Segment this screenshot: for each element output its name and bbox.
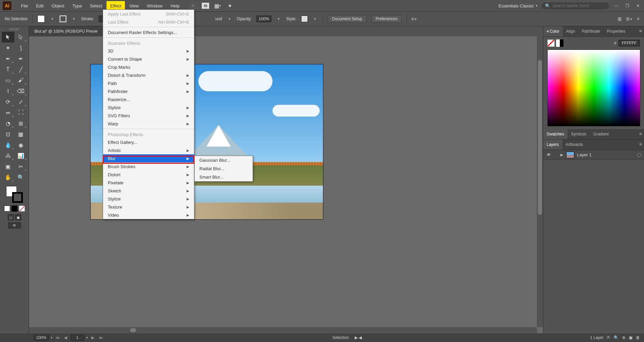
panel-grip[interactable] — [9, 28, 20, 30]
next-artboard-icon[interactable]: ▶ — [90, 335, 96, 340]
opacity-dd[interactable]: ▾ — [276, 17, 282, 21]
locate-layer-icon[interactable]: 🔍 — [614, 335, 619, 340]
new-sublayer-icon[interactable]: ⊕ — [622, 335, 625, 340]
target-icon[interactable] — [637, 153, 641, 157]
stroke-box[interactable] — [12, 192, 23, 203]
menu-raster-settings[interactable]: Document Raster Effects Settings... — [103, 28, 194, 36]
width-tool[interactable]: ⇔▸ — [2, 107, 14, 118]
essentials-layout-icon[interactable]: ⊟ ▾ — [626, 17, 632, 21]
workspace-switcher[interactable]: Essentials Classic ▾ — [498, 3, 538, 8]
shaper-tool[interactable]: ⌇▸ — [2, 86, 14, 96]
gradient-mode-icon[interactable] — [11, 206, 18, 212]
visibility-icon[interactable]: 👁 — [546, 152, 551, 157]
menu-3d[interactable]: 3D▶ — [103, 47, 194, 55]
perspective-tool[interactable]: ⊞▸ — [14, 118, 27, 129]
hand-tool[interactable]: ✋▸ — [2, 172, 14, 183]
line-tool[interactable]: ╱▸ — [14, 64, 27, 75]
first-artboard-icon[interactable]: ⏮ — [55, 335, 61, 340]
status-nav-icon[interactable]: ▶ ◀ — [355, 335, 362, 340]
color-spectrum[interactable] — [547, 50, 640, 126]
prev-artboard-icon[interactable]: ◀ — [63, 335, 69, 340]
slice-tool[interactable]: ✂▸ — [14, 161, 27, 172]
tab-gradient[interactable]: Gradient — [590, 129, 612, 139]
menu-crop-marks[interactable]: Crop Marks — [103, 63, 194, 71]
restore-icon[interactable]: ❐ — [624, 3, 631, 8]
align-icon[interactable]: ⎚ ▾ — [412, 17, 417, 21]
graph-tool[interactable]: 📊▸ — [14, 150, 27, 161]
tab-pathfinder[interactable]: Pathfinder — [578, 26, 604, 36]
menu-artistic[interactable]: Artistic▶ — [103, 146, 194, 154]
scroll-thumb[interactable] — [538, 60, 542, 215]
close-icon[interactable]: ✕ — [635, 3, 641, 8]
delete-layer-icon[interactable]: 🗑 — [636, 335, 640, 340]
panel-toggle-icon[interactable]: ▥ — [618, 17, 621, 21]
fill-swatch[interactable] — [37, 15, 45, 23]
gradient-tool[interactable]: ▦ — [14, 129, 27, 139]
magic-wand-tool[interactable]: ✦ — [2, 42, 14, 53]
panel-menu-icon[interactable]: ≡ — [639, 131, 642, 136]
symbol-sprayer-tool[interactable]: ⁂▸ — [2, 150, 14, 161]
hex-input[interactable]: FFFFFF — [618, 40, 640, 46]
menu-effect-gallery[interactable]: Effect Gallery... — [103, 138, 194, 146]
tab-swatches[interactable]: Swatches — [543, 129, 568, 139]
transparency-end[interactable]: und — [215, 17, 222, 21]
menu-video[interactable]: Video▶ — [103, 211, 194, 219]
search-input[interactable] — [552, 3, 606, 8]
selection-tool[interactable] — [2, 32, 14, 42]
tab-symbols[interactable]: Symbols — [568, 129, 590, 139]
opacity-field[interactable]: 100% — [256, 15, 271, 22]
menu-pathfinder[interactable]: Pathfinder▶ — [103, 87, 194, 95]
submenu-gaussian-blur[interactable]: Gaussian Blur... — [195, 156, 253, 164]
scale-tool[interactable]: ⤢▸ — [14, 96, 27, 107]
curvature-tool[interactable]: ✒ — [14, 53, 27, 64]
disclosure-icon[interactable]: ▶ — [560, 153, 564, 157]
new-layer-icon[interactable]: ▣ — [629, 335, 633, 340]
pen-tool[interactable]: ✒▸ — [2, 53, 14, 64]
rotate-tool[interactable]: ⟳▸ — [2, 96, 14, 107]
free-transform-tool[interactable]: ⛶ — [14, 107, 27, 118]
tab-layers[interactable]: Layers — [543, 139, 562, 150]
menu-stylize-ill[interactable]: Stylize▶ — [103, 103, 194, 112]
menu-blur[interactable]: Blur▶ — [103, 154, 194, 162]
lasso-tool[interactable]: ⟆ — [14, 42, 27, 53]
menu-object[interactable]: Object — [47, 1, 68, 11]
artboard-field[interactable]: 1 — [71, 335, 84, 341]
zoom-dd[interactable]: ▾ — [51, 336, 53, 339]
search-adobestock[interactable]: 🔍 — [542, 2, 609, 9]
style-swatch[interactable] — [301, 15, 308, 22]
menu-type[interactable]: Type — [68, 1, 86, 11]
transparency-dd[interactable]: ▾ — [227, 17, 232, 21]
export-icon[interactable]: ⇱ — [607, 335, 610, 340]
bridge-icon[interactable]: Br — [190, 3, 197, 9]
draw-behind-icon[interactable]: ◼ — [15, 214, 21, 220]
menu-stylize-ps[interactable]: Stylize▶ — [103, 195, 194, 203]
artboard-tool[interactable]: ▣ — [2, 161, 14, 172]
gpu-icon[interactable]: ✦ — [226, 0, 233, 11]
stock-icon[interactable]: St — [202, 3, 209, 9]
type-tool[interactable]: T▸ — [2, 64, 14, 75]
zoom-tool[interactable]: 🔍 — [14, 172, 27, 183]
fill-dd[interactable]: ▾ — [50, 17, 55, 21]
last-artboard-icon[interactable]: ⏭ — [98, 335, 104, 340]
vertical-scrollbar[interactable] — [537, 36, 543, 327]
panel-menu-icon[interactable]: ≡ — [637, 17, 639, 21]
menu-brush-strokes[interactable]: Brush Strokes▶ — [103, 162, 194, 170]
menu-edit[interactable]: Edit — [32, 1, 47, 11]
zoom-field[interactable]: 100% — [34, 335, 49, 341]
artboard-dd[interactable]: ▾ — [86, 336, 88, 339]
direct-selection-tool[interactable]: ▸ — [14, 32, 27, 42]
document-setup-button[interactable]: Document Setup — [328, 15, 366, 23]
panel-menu-icon[interactable]: ≡ — [639, 142, 642, 147]
color-mode-icon[interactable] — [4, 206, 10, 212]
tab-artboards[interactable]: Artboards — [562, 139, 586, 150]
menu-distort-transform[interactable]: Distort & Transform▶ — [103, 71, 194, 79]
menu-pixelate[interactable]: Pixelate▶ — [103, 179, 194, 187]
screen-mode-icon[interactable]: ⧉ — [8, 222, 21, 228]
menu-distort[interactable]: Distort▶ — [103, 170, 194, 179]
bw-swatch-icon[interactable] — [556, 39, 564, 47]
preferences-button[interactable]: Preferences — [371, 15, 402, 23]
fill-stroke-control[interactable] — [6, 186, 23, 203]
submenu-smart-blur[interactable]: Smart Blur... — [195, 173, 253, 181]
tab-properties[interactable]: Properties — [604, 26, 629, 36]
shape-builder-tool[interactable]: ◔▸ — [2, 118, 14, 129]
